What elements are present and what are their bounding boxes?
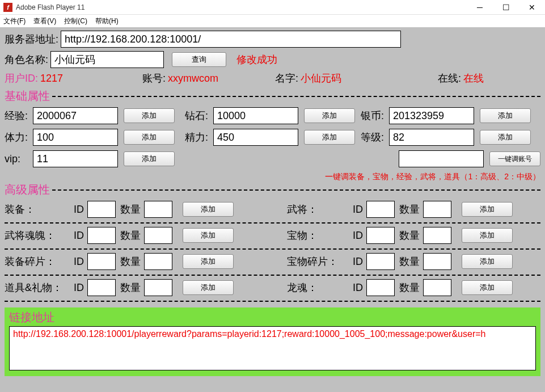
name-label: 名字: (275, 71, 298, 85)
userid-value: 1217 (40, 73, 63, 85)
adv-add-button-left-0[interactable]: 添加 (183, 202, 234, 217)
adv-label-right-3: 龙魂： (287, 281, 346, 294)
level-add-button[interactable]: 添加 (480, 130, 531, 145)
adv-add-button-left-3[interactable]: 添加 (183, 280, 234, 295)
qty-input-left-2[interactable] (144, 253, 172, 270)
titlebar: f Adobe Flash Player 11 ─ ☐ ✕ (0, 0, 545, 15)
qty-label: 数量 (120, 281, 141, 294)
qty-label: 数量 (399, 281, 420, 294)
section-advanced-title: 高级属性 (5, 182, 50, 197)
id-input-left-0[interactable] (87, 201, 116, 218)
exp-label: 经验: (5, 109, 33, 123)
id-input-right-0[interactable] (366, 201, 395, 218)
adv-add-button-left-1[interactable]: 添加 (183, 228, 234, 243)
divider (5, 222, 540, 224)
qty-label: 数量 (120, 255, 141, 268)
qty-input-right-1[interactable] (423, 227, 451, 244)
silver-input[interactable] (389, 107, 474, 124)
account-value: xxymwcom (168, 73, 218, 85)
id-label: ID (74, 230, 84, 242)
vip-add-button[interactable]: 添加 (124, 151, 175, 166)
flash-icon: f (3, 3, 12, 12)
vip-input[interactable] (33, 150, 118, 167)
energy-label: 精力: (185, 130, 213, 144)
divider (5, 248, 540, 250)
link-section: 链接地址 http://192.168.200.128:10001/player… (5, 307, 540, 376)
app-content: 服务器地址: 角色名称: 查询 修改成功 用户ID: 1217 账号: xxym… (0, 27, 545, 392)
adv-label-left-2: 装备碎片： (5, 255, 67, 268)
maximize-button[interactable]: ☐ (493, 0, 519, 15)
id-label: ID (353, 204, 363, 216)
query-button[interactable]: 查询 (172, 52, 226, 67)
stamina-input[interactable] (33, 129, 118, 146)
id-input-left-3[interactable] (87, 279, 116, 296)
qty-label: 数量 (120, 203, 141, 216)
adv-add-button-right-1[interactable]: 添加 (462, 228, 513, 243)
qty-input-right-0[interactable] (423, 201, 451, 218)
role-label: 角色名称: (5, 53, 48, 66)
diamond-add-button[interactable]: 添加 (304, 108, 355, 123)
id-label: ID (74, 256, 84, 268)
exp-input[interactable] (33, 107, 118, 124)
id-input-right-3[interactable] (366, 279, 395, 296)
reset-input[interactable] (399, 150, 484, 167)
exp-add-button[interactable]: 添加 (124, 108, 175, 123)
adv-add-button-right-2[interactable]: 添加 (462, 254, 513, 269)
qty-label: 数量 (399, 203, 420, 216)
divider (52, 96, 540, 97)
qty-label: 数量 (399, 255, 420, 268)
minimize-button[interactable]: ─ (467, 0, 493, 15)
menu-control[interactable]: 控制(C) (64, 16, 87, 26)
energy-input[interactable] (213, 129, 298, 146)
id-input-right-1[interactable] (366, 227, 395, 244)
server-input[interactable] (61, 31, 401, 48)
adv-label-right-1: 宝物： (287, 229, 346, 242)
qty-input-left-1[interactable] (144, 227, 172, 244)
adv-label-right-2: 宝物碎片： (287, 255, 346, 268)
divider (5, 301, 540, 302)
level-label: 等级: (361, 130, 389, 144)
close-button[interactable]: ✕ (519, 0, 545, 15)
id-label: ID (353, 256, 363, 268)
id-label: ID (353, 282, 363, 294)
hint-text: 一键调装备，宝物，经验，武将，道具（1：高级、2：中级） (5, 172, 540, 182)
name-value: 小仙元码 (301, 71, 341, 85)
diamond-input[interactable] (213, 107, 298, 124)
userid-label: 用户ID: (5, 71, 38, 85)
id-label: ID (74, 204, 84, 216)
id-input-left-1[interactable] (87, 227, 116, 244)
level-input[interactable] (389, 129, 474, 146)
qty-input-right-3[interactable] (423, 279, 451, 296)
adv-label-left-0: 装备： (5, 203, 67, 216)
id-label: ID (353, 230, 363, 242)
diamond-label: 钻石: (185, 109, 213, 123)
qty-input-left-3[interactable] (144, 279, 172, 296)
qty-label: 数量 (120, 229, 141, 242)
qty-input-right-2[interactable] (423, 253, 451, 270)
adv-add-button-right-3[interactable]: 添加 (462, 280, 513, 295)
menu-file[interactable]: 文件(F) (3, 16, 26, 26)
divider (5, 275, 540, 276)
stamina-add-button[interactable]: 添加 (124, 130, 175, 145)
window-title: Adobe Flash Player 11 (16, 3, 467, 11)
divider (52, 189, 540, 191)
silver-label: 银币: (361, 109, 389, 123)
link-url-box[interactable]: http://192.168.200.128:10001/playerrewar… (9, 326, 536, 370)
online-value: 在线 (463, 71, 484, 85)
menu-bar: 文件(F) 查看(V) 控制(C) 帮助(H) (0, 15, 545, 27)
silver-add-button[interactable]: 添加 (480, 108, 531, 123)
account-label: 账号: (142, 71, 166, 85)
menu-help[interactable]: 帮助(H) (95, 16, 119, 26)
adv-add-button-left-2[interactable]: 添加 (183, 254, 234, 269)
id-input-left-2[interactable] (87, 253, 116, 270)
role-input[interactable] (50, 51, 164, 68)
qty-input-left-0[interactable] (144, 201, 172, 218)
energy-add-button[interactable]: 添加 (304, 130, 355, 145)
status-text: 修改成功 (236, 53, 277, 66)
adv-add-button-right-0[interactable]: 添加 (462, 202, 513, 217)
qty-label: 数量 (399, 229, 420, 242)
menu-view[interactable]: 查看(V) (33, 16, 56, 26)
section-link-title: 链接地址 (9, 310, 536, 325)
reset-account-button[interactable]: 一键调账号 (489, 151, 540, 166)
id-input-right-2[interactable] (366, 253, 395, 270)
